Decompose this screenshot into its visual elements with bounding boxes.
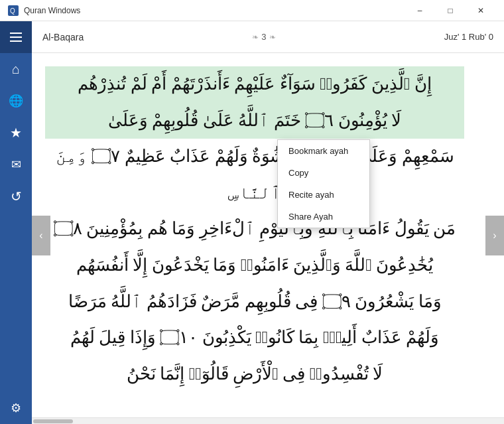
sidebar-item-globe[interactable]: 🌐 xyxy=(0,85,32,117)
quran-text: إِنَّ ٱلَّذِينَ كَفَرُوا۟ سَوَآءٌ عَلَيْ… xyxy=(45,66,464,392)
page-number: 3 xyxy=(261,32,266,42)
verse-line-2: لَا يُؤْمِنُونَ ۝٦ خَتَمَ ٱللَّهُ عَلَىٰ… xyxy=(45,103,464,139)
horizontal-scrollbar[interactable] xyxy=(32,417,504,424)
maximize-button[interactable]: □ xyxy=(435,0,466,21)
main-area: Al-Baqara ❧ 3 ❧ Juz' 1 Rub' 0 ‹ › إِنَّ … xyxy=(32,21,504,424)
app-icon: Q xyxy=(8,5,19,16)
scroll-left-arrow[interactable]: ‹ xyxy=(32,216,50,255)
share-ayah-item[interactable]: Share Ayah xyxy=(278,206,369,228)
sidebar-bottom: ⚙ xyxy=(0,392,32,424)
globe-icon: 🌐 xyxy=(9,94,23,108)
app-container: ⌂ 🌐 ★ ✉ ↺ ⚙ Al-Baqara ❧ 3 ❧ xyxy=(0,21,504,424)
scroll-right-arrow[interactable]: › xyxy=(485,216,504,255)
verse-line-1: إِنَّ ٱلَّذِينَ كَفَرُوا۟ سَوَآءٌ عَلَيْ… xyxy=(45,66,464,103)
context-menu: Bookmark ayah Copy Recite ayah Share Aya… xyxy=(277,139,370,228)
copy-item[interactable]: Copy xyxy=(278,162,369,184)
surah-name: Al-Baqara xyxy=(42,32,84,42)
sidebar-item-history[interactable]: ↺ xyxy=(0,180,32,212)
sidebar-item-home[interactable]: ⌂ xyxy=(0,53,32,85)
page-decoration-right: ❧ xyxy=(269,33,276,42)
verse-line-3: سَمْعِهِمْ وَعَلَىٰ أَبْصَٰرِهِمْ غِشَٰو… xyxy=(45,139,464,211)
minimize-button[interactable]: – xyxy=(405,0,435,21)
hamburger-line-3 xyxy=(10,40,22,42)
settings-icon: ⚙ xyxy=(11,401,21,415)
history-icon: ↺ xyxy=(11,188,22,204)
hamburger-icon xyxy=(10,33,22,42)
verse-line-5: يُخَٰدِعُونَ ٱللَّهَ وَٱلَّذِينَ ءَامَنُ… xyxy=(45,247,464,284)
titlebar-left: Q Quran Windows xyxy=(8,5,80,16)
verse-line-6: وَمَا يَشْعُرُونَ ۝٩ فِى قُلُوبِهِم مَّر… xyxy=(45,284,464,320)
bookmark-ayah-item[interactable]: Bookmark ayah xyxy=(278,140,369,162)
mail-icon: ✉ xyxy=(11,157,21,172)
verse-line-4: مَن يَقُولُ ءَامَنَّا بِٱللَّهِ وَبِٱلْي… xyxy=(45,211,464,247)
hamburger-line-1 xyxy=(10,33,22,34)
hamburger-button[interactable] xyxy=(0,21,32,53)
titlebar: Q Quran Windows – □ ✕ xyxy=(0,0,504,21)
content-wrapper: ‹ › إِنَّ ٱلَّذِينَ كَفَرُوا۟ سَوَآءٌ عَ… xyxy=(32,53,504,417)
sidebar-item-favorites[interactable]: ★ xyxy=(0,117,32,149)
page-indicator: ❧ 3 ❧ xyxy=(252,32,275,42)
home-icon: ⌂ xyxy=(12,62,20,77)
close-button[interactable]: ✕ xyxy=(466,0,496,21)
header-bar: Al-Baqara ❧ 3 ❧ Juz' 1 Rub' 0 xyxy=(32,21,504,53)
hamburger-line-2 xyxy=(10,36,22,38)
quran-content[interactable]: إِنَّ ٱلَّذِينَ كَفَرُوا۟ سَوَآءٌ عَلَيْ… xyxy=(32,53,504,417)
star-icon: ★ xyxy=(10,125,22,141)
verse-line-8: لَا تُفْسِدُوا۟ فِى ٱلْأَرْضِ قَالُوٓا۟ … xyxy=(45,356,464,393)
verse-line-7: وَلَهُمْ عَذَابٌ أَلِيمٌۢ بِمَا كَانُوا۟… xyxy=(45,320,464,356)
svg-text:Q: Q xyxy=(10,7,15,15)
sidebar: ⌂ 🌐 ★ ✉ ↺ ⚙ xyxy=(0,21,32,424)
juz-info: Juz' 1 Rub' 0 xyxy=(444,32,493,42)
window-controls: – □ ✕ xyxy=(405,0,496,21)
page-decoration-left: ❧ xyxy=(252,33,259,42)
sidebar-item-mail[interactable]: ✉ xyxy=(0,149,32,180)
recite-ayah-item[interactable]: Recite ayah xyxy=(278,184,369,206)
app-title: Quran Windows xyxy=(24,6,80,15)
sidebar-item-settings[interactable]: ⚙ xyxy=(0,392,32,424)
scrollbar-thumb[interactable] xyxy=(33,419,73,423)
